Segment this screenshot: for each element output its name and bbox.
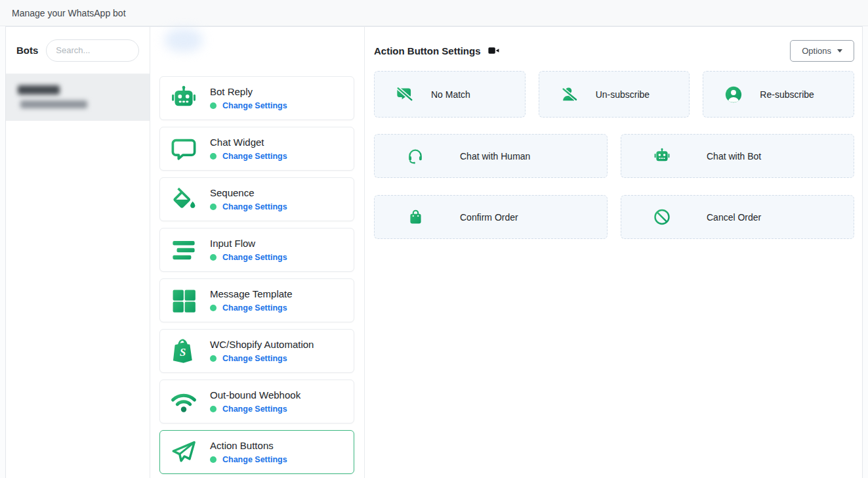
action-button-label: Chat with Bot [707, 151, 761, 162]
action-button-chat-with-bot[interactable]: Chat with Bot [621, 134, 854, 178]
feature-title: Action Buttons [210, 440, 287, 451]
change-settings-link[interactable]: Change Settings [222, 202, 287, 211]
bot-search-input[interactable] [46, 39, 139, 62]
feature-card-text: Out-bound Webhook Change Settings [210, 389, 300, 414]
action-button-label: No Match [431, 89, 470, 100]
top-header-bar: Manage your WhatsApp bot [0, 0, 868, 26]
chat-bubble-icon [169, 135, 198, 163]
action-button-label: Re-subscribe [760, 89, 814, 100]
action-button-chat-with-human[interactable]: Chat with Human [374, 134, 608, 178]
headset-icon [406, 147, 424, 165]
feature-card-text: Message Template Change Settings [210, 288, 293, 313]
status-dot [210, 456, 217, 463]
feature-title: Sequence [210, 187, 287, 198]
action-button-label: Confirm Order [460, 212, 518, 223]
redacted-blob [165, 28, 203, 52]
status-dot [210, 254, 217, 261]
bot-name-redacted [18, 85, 60, 95]
status-dot [210, 355, 217, 362]
chat-slash-icon [396, 85, 414, 104]
bots-sidebar: Bots [6, 27, 150, 478]
page-title: Manage your WhatsApp bot [12, 8, 126, 18]
feature-card-text: Bot Reply Change Settings [210, 86, 287, 110]
feature-list-column: Bot Reply Change Settings Chat Widget Ch… [150, 27, 365, 478]
bots-heading: Bots [16, 45, 38, 56]
action-buttons-row-2: Chat with Human [374, 134, 854, 178]
feature-card-outbound-webhook[interactable]: Out-bound Webhook Change Settings [159, 380, 354, 424]
feature-card-bot-reply[interactable]: Bot Reply Change Settings [159, 76, 354, 120]
robot-icon [169, 84, 198, 113]
options-button[interactable]: Options [790, 40, 854, 62]
action-button-label: Un-subscribe [596, 89, 650, 100]
paint-bucket-icon [169, 185, 198, 214]
user-circle-icon [724, 85, 743, 104]
bots-sidebar-header: Bots [6, 27, 150, 74]
status-dot [210, 406, 217, 412]
video-camera-icon[interactable] [488, 46, 499, 55]
bars-icon [169, 236, 198, 265]
change-settings-link[interactable]: Change Settings [222, 303, 287, 313]
change-settings-link[interactable]: Change Settings [222, 455, 287, 464]
feature-card-text: WC/Shopify Automation Change Settings [210, 339, 314, 363]
action-buttons-row-3: Confirm Order Cancel Order [374, 195, 854, 239]
svg-text:S: S [180, 346, 186, 358]
bot-list-item-selected[interactable] [6, 74, 150, 121]
shopping-bag-icon [406, 208, 424, 227]
feature-title: Bot Reply [210, 86, 287, 97]
feature-title: Out-bound Webhook [210, 389, 300, 401]
feature-card-shopify-automation[interactable]: S WC/Shopify Automation Change Settings [159, 329, 354, 373]
panel-title: Action Button Settings [374, 45, 480, 56]
status-dot [210, 153, 217, 160]
action-buttons-row-1: No Match Un-subscribe [374, 71, 854, 118]
grid-icon [169, 286, 198, 315]
feature-card-message-template[interactable]: Message Template Change Settings [159, 278, 354, 322]
change-settings-link[interactable]: Change Settings [222, 404, 287, 414]
main-panel: Bots [5, 26, 863, 478]
feature-title: Chat Widget [210, 137, 287, 148]
paper-plane-icon [169, 438, 198, 467]
feature-card-sequence[interactable]: Sequence Change Settings [159, 177, 354, 221]
status-dot [210, 305, 217, 311]
panel-header: Action Button Settings Options [374, 37, 854, 64]
action-button-un-subscribe[interactable]: Un-subscribe [539, 71, 690, 118]
change-settings-link[interactable]: Change Settings [222, 101, 287, 110]
status-dot [210, 204, 217, 210]
action-button-confirm-order[interactable]: Confirm Order [374, 195, 608, 239]
action-button-settings-panel: Action Button Settings Options [365, 27, 862, 478]
action-button-label: Cancel Order [707, 212, 761, 223]
feature-card-text: Input Flow Change Settings [210, 238, 287, 262]
feature-card-input-flow[interactable]: Input Flow Change Settings [159, 228, 354, 272]
change-settings-link[interactable]: Change Settings [222, 152, 287, 161]
feature-title: Message Template [210, 288, 293, 299]
bot-phone-redacted [20, 100, 87, 108]
user-slash-icon [560, 85, 579, 104]
shopify-bag-icon: S [169, 337, 198, 366]
feature-card-text: Chat Widget Change Settings [210, 137, 287, 161]
feature-card-action-buttons[interactable]: Action Buttons Change Settings [159, 430, 354, 474]
action-button-label: Chat with Human [460, 151, 530, 162]
options-button-label: Options [802, 46, 831, 56]
feature-card-text: Sequence Change Settings [210, 187, 287, 211]
feature-title: WC/Shopify Automation [210, 339, 314, 350]
feature-title: Input Flow [210, 238, 287, 249]
ban-icon [653, 208, 671, 227]
status-dot [210, 102, 217, 109]
change-settings-link[interactable]: Change Settings [222, 253, 287, 262]
action-button-re-subscribe[interactable]: Re-subscribe [703, 71, 854, 118]
change-settings-link[interactable]: Change Settings [222, 354, 287, 363]
feature-card-chat-widget[interactable]: Chat Widget Change Settings [159, 127, 354, 171]
feature-card-text: Action Buttons Change Settings [210, 440, 287, 464]
action-button-no-match[interactable]: No Match [374, 71, 526, 118]
wifi-icon [169, 387, 198, 416]
robot-icon [653, 147, 671, 165]
action-button-cancel-order[interactable]: Cancel Order [621, 195, 854, 239]
chevron-down-icon [837, 49, 842, 53]
